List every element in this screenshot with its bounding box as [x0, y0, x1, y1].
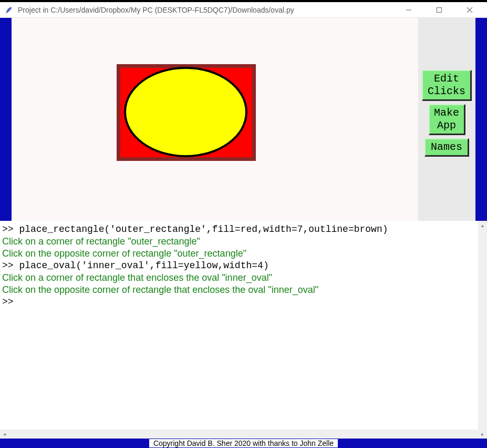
scroll-left-arrow-icon[interactable]: ◂ — [0, 430, 9, 439]
close-button[interactable] — [462, 2, 478, 18]
drawing-canvas[interactable] — [12, 18, 419, 221]
frame-border-right — [475, 18, 487, 221]
svg-rect-1 — [437, 7, 442, 12]
window-controls — [401, 2, 483, 18]
frame-border-left — [0, 18, 12, 221]
edit-clicks-button[interactable]: Edit Clicks — [422, 70, 472, 101]
button-panel: Edit Clicks Make App Names — [418, 18, 475, 221]
console-command-line: >> place_oval('inner_oval',fill=yellow,w… — [2, 260, 485, 272]
footer-bar: Copyright David B. Sher 2020 with thanks… — [0, 439, 487, 448]
make-app-button[interactable]: Make App — [429, 104, 465, 135]
minimize-button[interactable] — [401, 2, 417, 18]
maximize-button[interactable] — [431, 2, 447, 18]
window-titlebar: Project in C:/Users/david/Dropbox/My PC … — [0, 0, 487, 18]
console-hint-line: Click on a corner of rectangle that encl… — [2, 272, 485, 284]
inner-oval-shape — [124, 67, 247, 157]
console-command-line: >> place_rectangle('outer_rectangle',fil… — [2, 223, 485, 236]
console-horizontal-scrollbar[interactable]: ◂ ▸ — [0, 430, 487, 439]
scroll-up-arrow-icon[interactable]: ▴ — [478, 221, 487, 230]
console-command-line: >> — [2, 296, 485, 308]
names-button[interactable]: Names — [424, 138, 469, 157]
console-hint-line: Click on the opposite corner of rectangl… — [2, 248, 485, 260]
console-hint-line: Click on the opposite corner of rectangl… — [2, 284, 485, 296]
scroll-right-arrow-icon[interactable]: ▸ — [478, 430, 487, 439]
window-title: Project in C:/Users/david/Dropbox/My PC … — [18, 6, 401, 14]
console-output[interactable]: >> place_rectangle('outer_rectangle',fil… — [0, 221, 487, 430]
canvas-drawing — [117, 64, 256, 161]
copyright-text: Copyright David B. Sher 2020 with thanks… — [149, 439, 338, 447]
app-feather-icon — [4, 5, 14, 15]
console-vertical-scrollbar[interactable]: ▴ — [478, 221, 487, 430]
console-hint-line: Click on a corner of rectangle "outer_re… — [2, 236, 485, 248]
